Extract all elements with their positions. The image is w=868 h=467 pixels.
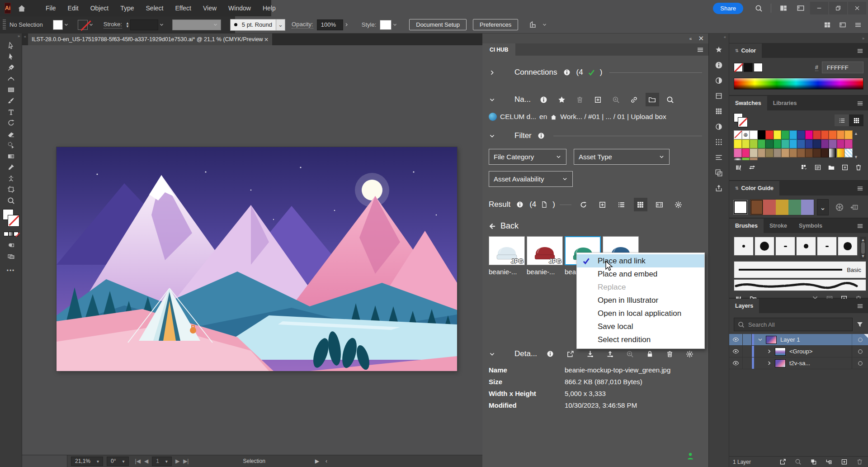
panel-grip[interactable]: [3, 19, 6, 30]
chevron-down-icon[interactable]: [489, 351, 495, 357]
breadcrumb-path[interactable]: Work... / #01 | ... / 01 | Upload box: [560, 113, 666, 121]
last-artboard-icon[interactable]: ▶|: [183, 458, 189, 464]
swatch[interactable]: [837, 139, 845, 148]
swatch[interactable]: [750, 139, 758, 148]
search-icon[interactable]: [664, 93, 677, 106]
settings-icon[interactable]: [672, 198, 685, 211]
delete-icon[interactable]: [853, 162, 864, 172]
info-icon[interactable]: [515, 198, 525, 211]
status-tool-label[interactable]: Selection: [243, 458, 265, 464]
list-view-icon[interactable]: [615, 198, 628, 211]
next-artboard-icon[interactable]: ▶: [175, 458, 179, 464]
swatch-kinds-icon[interactable]: [798, 162, 810, 172]
swatch[interactable]: [789, 148, 797, 157]
curvature-tool[interactable]: [3, 73, 19, 85]
color-mode-buttons[interactable]: [4, 232, 19, 236]
charcoal-brush-row[interactable]: [734, 279, 866, 291]
delete-icon[interactable]: [854, 457, 864, 467]
grid-view-icon-active[interactable]: [634, 198, 647, 211]
collapse-panel-icon[interactable]: «: [689, 36, 692, 41]
prev-artboard-icon[interactable]: ◀: [144, 458, 148, 464]
layers-search-input[interactable]: Search All: [734, 318, 853, 331]
search-icon[interactable]: [755, 5, 763, 12]
tab-stroke[interactable]: Stroke: [764, 219, 793, 233]
swatch[interactable]: [821, 148, 829, 157]
chevron-down-icon[interactable]: [754, 337, 766, 343]
canvas[interactable]: [22, 45, 482, 455]
tab-libraries[interactable]: Libraries: [767, 96, 803, 110]
menu-window[interactable]: Window: [222, 0, 257, 16]
screen-mode-icon[interactable]: [3, 251, 19, 262]
lock-column[interactable]: [743, 357, 752, 369]
asset-thumbnail[interactable]: JPG beanie-...: [527, 236, 563, 276]
menu-object[interactable]: Object: [85, 0, 114, 16]
swatch[interactable]: [844, 148, 853, 157]
panel-menu-icon[interactable]: [857, 299, 868, 313]
magic-wand-tool[interactable]: [3, 140, 19, 151]
zoom-in-icon[interactable]: [623, 347, 637, 361]
trash-icon[interactable]: [573, 93, 587, 106]
layer-thumbnail[interactable]: [766, 336, 777, 344]
edit-toolbar-icon[interactable]: •••: [7, 267, 15, 274]
rectangle-tool[interactable]: [3, 84, 19, 95]
close-panel-icon[interactable]: ✕: [698, 34, 704, 43]
plugin-tools-icon[interactable]: [711, 42, 726, 57]
harmony-color-swatch[interactable]: [763, 200, 776, 215]
opacity-label[interactable]: Opacity:: [292, 21, 313, 29]
tab-layers[interactable]: Layers: [729, 299, 759, 313]
swatch-libraries-icon[interactable]: [733, 162, 745, 172]
info-icon[interactable]: [562, 66, 572, 79]
brush-preset-dropdown[interactable]: 5 pt. Round: [230, 19, 276, 31]
download-icon[interactable]: [583, 347, 597, 361]
harmony-color-swatch[interactable]: [776, 200, 788, 215]
chevron-right-icon[interactable]: [489, 69, 495, 76]
swatch[interactable]: [781, 148, 789, 157]
close-tab-icon[interactable]: ✕: [264, 36, 269, 43]
document-tab[interactable]: ILST-28.0.0-en_US-17519788-5f63-45f0-a33…: [28, 33, 272, 45]
lock-column[interactable]: [743, 334, 752, 345]
brush-preset[interactable]: [817, 237, 837, 256]
swatch[interactable]: [765, 148, 774, 157]
chevron-down-icon[interactable]: [159, 22, 164, 27]
restore-button[interactable]: [829, 2, 847, 14]
brush-preset[interactable]: [734, 237, 754, 256]
swatch[interactable]: [844, 130, 853, 139]
none-swatch[interactable]: [734, 63, 743, 72]
grid-view-button[interactable]: [849, 114, 863, 126]
swatch[interactable]: ⊕: [742, 130, 750, 139]
swatch[interactable]: [781, 130, 789, 139]
minimize-button[interactable]: [810, 2, 828, 14]
hex-input[interactable]: FFFFFF: [822, 62, 863, 73]
clipping-mask-icon[interactable]: [808, 457, 818, 467]
menu-type[interactable]: Type: [114, 0, 140, 16]
eyedropper-tool[interactable]: [3, 162, 19, 173]
layer-thumbnail[interactable]: [775, 359, 786, 367]
brush-preset[interactable]: [755, 237, 774, 256]
brush-preset[interactable]: [775, 237, 795, 256]
gradient-tool[interactable]: [3, 151, 19, 162]
workspace-grid-icon[interactable]: [779, 4, 788, 12]
zoom-level-dropdown[interactable]: 21,1% ▾: [71, 457, 103, 466]
swatch[interactable]: [781, 139, 789, 148]
swatch[interactable]: [805, 139, 813, 148]
swatch[interactable]: [797, 148, 805, 157]
swatch-scrollbar[interactable]: ▲▼: [853, 130, 860, 160]
panel-menu-icon[interactable]: [857, 43, 868, 58]
panel-menu-icon[interactable]: [857, 219, 868, 233]
stroke-color-swatch[interactable]: [78, 20, 88, 30]
locate-object-icon[interactable]: [793, 457, 803, 467]
chevron-down-icon[interactable]: [489, 96, 495, 103]
add-box-icon[interactable]: [596, 198, 609, 211]
brushes-scrollbar[interactable]: ▲▼: [860, 237, 866, 259]
context-menu-item-open-in-local-application[interactable]: Open in local application: [577, 307, 704, 320]
exchange-icon[interactable]: [746, 162, 758, 172]
symbol-sprayer-tool[interactable]: [3, 173, 19, 184]
tab-color-guide[interactable]: ⇅Color Guide: [729, 181, 779, 195]
expand-panels-icon[interactable]: «: [709, 33, 729, 42]
align-glyphs-icon[interactable]: [529, 21, 537, 29]
stroke-swatch[interactable]: [8, 215, 19, 226]
preferences-button[interactable]: Preferences: [473, 19, 518, 30]
artboards-icon[interactable]: [711, 165, 726, 181]
back-button[interactable]: Back: [489, 221, 702, 231]
swatch[interactable]: [837, 130, 845, 139]
